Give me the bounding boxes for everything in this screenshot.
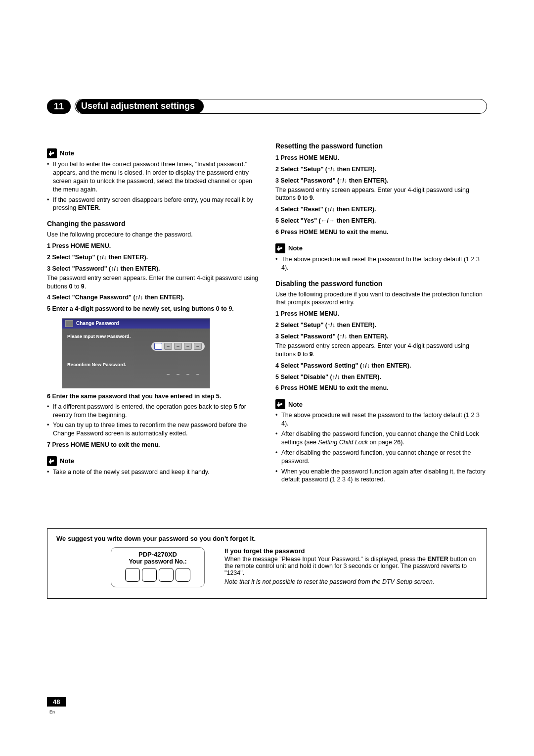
note-heading: Note: [275, 399, 487, 409]
password-cell: [176, 568, 190, 582]
dialog-label: Please Input New Password.: [67, 333, 205, 340]
text: to: [301, 351, 309, 358]
page-language: En: [49, 709, 55, 714]
model-number: PDP-4270XD: [116, 551, 199, 558]
password-card-label: Your password No.:: [116, 558, 199, 565]
forget-password-body: When the message "Please Input Your Pass…: [224, 556, 478, 576]
note-item: When you enable the password function ag…: [275, 468, 487, 484]
text: When the message "Please Input Your Pass…: [224, 556, 428, 563]
text-italic: Setting Child Lock: [318, 439, 368, 446]
left-column: Note If you fail to enter the correct pa…: [47, 142, 259, 484]
password-digit-slot: –: [164, 343, 172, 350]
step: 5 Enter a 4-digit password to be newly s…: [47, 305, 259, 313]
dialog-icon: [65, 320, 73, 327]
step: 1 Press HOME MENU.: [47, 242, 259, 250]
step-note: The password entry screen appears. Enter…: [275, 342, 487, 359]
password-reminder-box: We suggest you write down your password …: [47, 528, 487, 599]
note-list: Take a note of the newly set password an…: [47, 468, 259, 476]
step: 6 Enter the same password that you have …: [47, 392, 259, 401]
bullet-item: You can try up to three times to reconfi…: [47, 421, 259, 438]
password-input-row: – – – –: [151, 342, 205, 351]
note-icon: [47, 148, 57, 158]
password-digit-slot: [154, 343, 162, 350]
password-digit-slot: [154, 371, 162, 378]
step: 3 Select "Password" (↑/↓ then ENTER).: [47, 265, 259, 273]
text: on page 26).: [368, 439, 404, 446]
step: 7 Press HOME MENU to exit the menu.: [47, 441, 259, 449]
password-card: PDP-4270XD Your password No.:: [111, 547, 205, 587]
password-digit-slot: –: [164, 371, 172, 378]
note-item: The above procedure will reset the passw…: [275, 411, 487, 428]
text: .: [99, 204, 100, 211]
step: 6 Press HOME MENU to exit the menu.: [275, 228, 487, 236]
chapter-title-pill: Useful adjustment settings: [75, 99, 487, 114]
text-bold: 9: [81, 283, 85, 290]
note-list: The above procedure will reset the passw…: [275, 255, 487, 272]
note-label: Note: [60, 457, 74, 466]
password-cells: [116, 568, 199, 582]
section-heading-changing: Changing the password: [47, 219, 259, 229]
note-label: Note: [60, 149, 74, 158]
password-cell: [159, 568, 174, 582]
text: If a different password is entered, the …: [53, 403, 234, 410]
note-item: If the password entry screen disappears …: [47, 196, 259, 213]
password-cell: [125, 568, 140, 582]
section-heading-resetting: Resetting the password function: [275, 142, 487, 151]
lead-text: Use the following procedure to change th…: [47, 231, 259, 239]
forget-password-note: Note that it is not possible to reset th…: [224, 578, 478, 585]
note-item: The above procedure will reset the passw…: [275, 255, 487, 272]
chapter-header: 11 Useful adjustment settings: [47, 99, 487, 114]
reminder-heading: We suggest you write down your password …: [56, 535, 478, 542]
dialog-title: Change Password: [76, 320, 119, 327]
step: 1 Press HOME MENU.: [275, 154, 487, 162]
text: .: [313, 194, 314, 201]
password-digit-slot: –: [194, 371, 202, 378]
text-bold: 9: [310, 351, 313, 358]
password-digit-slot: –: [174, 371, 182, 378]
text-bold: 5: [234, 403, 237, 410]
password-digit-slot: –: [184, 343, 192, 350]
text: to: [72, 283, 81, 290]
lead-text: Use the following procedure if you want …: [275, 290, 487, 307]
note-label: Note: [288, 400, 303, 409]
note-item: After disabling the password function, y…: [275, 449, 487, 466]
step-note: The password entry screen appears. Enter…: [47, 274, 259, 291]
step: 2 Select "Setup" (↑/↓ then ENTER).: [275, 321, 487, 330]
section-heading-disabling: Disabling the password function: [275, 279, 487, 288]
step: 4 Select "Change Password" (↑/↓ then ENT…: [47, 293, 259, 302]
step: 2 Select "Setup" (↑/↓ then ENTER).: [47, 253, 259, 262]
step: 5 Select "Disable" (↑/↓ then ENTER).: [275, 373, 487, 381]
step: 2 Select "Setup" (↑/↓ then ENTER).: [275, 165, 487, 174]
forget-password-text: If you forget the password When the mess…: [224, 547, 478, 587]
password-cell: [142, 568, 157, 582]
step: 1 Press HOME MENU.: [275, 310, 487, 318]
sub-bullets: If a different password is entered, the …: [47, 403, 259, 438]
step: 3 Select "Password" (↑/↓ then ENTER).: [275, 177, 487, 185]
step: 6 Press HOME MENU to exit the menu.: [275, 384, 487, 392]
text-bold: ENTER: [78, 204, 99, 211]
text-bold: ENTER: [428, 556, 448, 563]
note-item: If you fail to enter the correct passwor…: [47, 160, 259, 194]
dialog-body: Please Input New Password. – – – – Recon…: [62, 329, 210, 388]
text-bold: 9: [310, 194, 313, 201]
dialog-titlebar: Change Password: [62, 319, 210, 329]
note-icon: [275, 399, 285, 409]
forget-password-heading: If you forget the password: [224, 547, 478, 555]
password-confirm-row: – – – –: [151, 370, 205, 379]
text: .: [313, 351, 314, 358]
step: 4 Select "Reset" (↑/↓ then ENTER).: [275, 205, 487, 214]
step: 3 Select "Password" (↑/↓ then ENTER).: [275, 332, 487, 341]
text: to: [301, 194, 309, 201]
note-item: After disabling the password function, y…: [275, 430, 487, 447]
bullet-item: If a different password is entered, the …: [47, 403, 259, 420]
note-heading: Note: [275, 243, 487, 253]
step: 4 Select "Password Setting" (↑/↓ then EN…: [275, 362, 487, 370]
step-note: The password entry screen appears. Enter…: [275, 186, 487, 203]
text: .: [85, 283, 86, 290]
right-column: Resetting the password function 1 Press …: [275, 142, 487, 484]
password-digit-slot: –: [184, 371, 192, 378]
note-label: Note: [288, 244, 303, 253]
change-password-dialog: Change Password Please Input New Passwor…: [62, 318, 210, 388]
password-digit-slot: –: [174, 343, 182, 350]
dialog-label: Reconfirm New Password.: [67, 362, 205, 368]
